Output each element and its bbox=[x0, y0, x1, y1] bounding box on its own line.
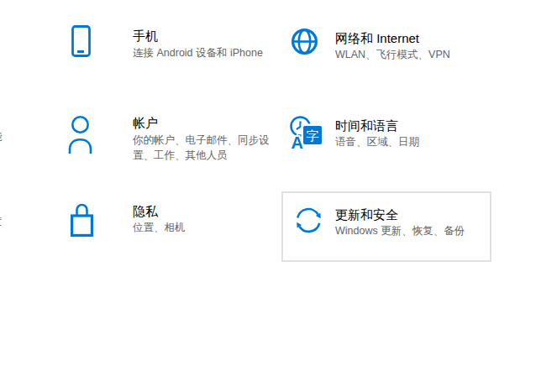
category-description: 位置、相机 bbox=[133, 220, 186, 235]
category-title: 手机 bbox=[133, 28, 158, 44]
category-title: 帐户 bbox=[133, 115, 158, 131]
category-description: Windows 更新、恢复、备份 bbox=[335, 223, 465, 238]
globe-icon bbox=[292, 29, 318, 55]
description-line: 置、工作、其他人员 bbox=[133, 148, 270, 163]
clipped-text-fragment: 度 bbox=[0, 216, 3, 227]
category-title: 更新和安全 bbox=[335, 206, 398, 222]
settings-category-accounts[interactable]: 帐户 你的帐户、电子邮件、同步设 置、工作、其他人员 bbox=[59, 107, 281, 178]
svg-text:字: 字 bbox=[307, 128, 319, 143]
category-description: WLAN、飞行模式、VPN bbox=[335, 47, 450, 62]
person-icon bbox=[68, 115, 92, 154]
clipped-text-fragment: 能 bbox=[0, 131, 3, 143]
description-line: 你的帐户、电子邮件、同步设 bbox=[133, 133, 270, 148]
description-line: 语音、区域、日期 bbox=[335, 134, 419, 149]
settings-category-phone[interactable]: 手机 连接 Android 设备和 iPhone bbox=[59, 20, 281, 91]
clock-language-icon: 字 A bbox=[290, 116, 322, 151]
category-description: 语音、区域、日期 bbox=[335, 134, 419, 149]
phone-icon bbox=[71, 25, 91, 57]
svg-text:A: A bbox=[292, 133, 303, 151]
settings-category-time-language[interactable]: 字 A 时间和语言 语音、区域、日期 bbox=[281, 107, 491, 178]
settings-category-update-security[interactable]: 更新和安全 Windows 更新、恢复、备份 bbox=[281, 191, 491, 262]
category-description: 连接 Android 设备和 iPhone bbox=[133, 45, 263, 60]
category-title: 网络和 Internet bbox=[335, 30, 419, 46]
category-title: 时间和语言 bbox=[335, 118, 398, 133]
settings-category-privacy[interactable]: 隐私 位置、相机 bbox=[59, 195, 281, 265]
description-line: WLAN、飞行模式、VPN bbox=[335, 47, 450, 62]
settings-home-page: 能 度 手机 连接 Android 设备和 iPhone 网络和 Interne… bbox=[0, 0, 541, 392]
sync-icon bbox=[293, 205, 324, 236]
description-line: 连接 Android 设备和 iPhone bbox=[133, 45, 263, 60]
description-line: 位置、相机 bbox=[133, 220, 186, 235]
category-title: 隐私 bbox=[133, 203, 158, 219]
description-line: Windows 更新、恢复、备份 bbox=[335, 223, 465, 238]
settings-category-network-internet[interactable]: 网络和 Internet WLAN、飞行模式、VPN bbox=[281, 20, 491, 91]
lock-icon bbox=[71, 201, 93, 237]
category-description: 你的帐户、电子邮件、同步设 置、工作、其他人员 bbox=[133, 133, 270, 163]
